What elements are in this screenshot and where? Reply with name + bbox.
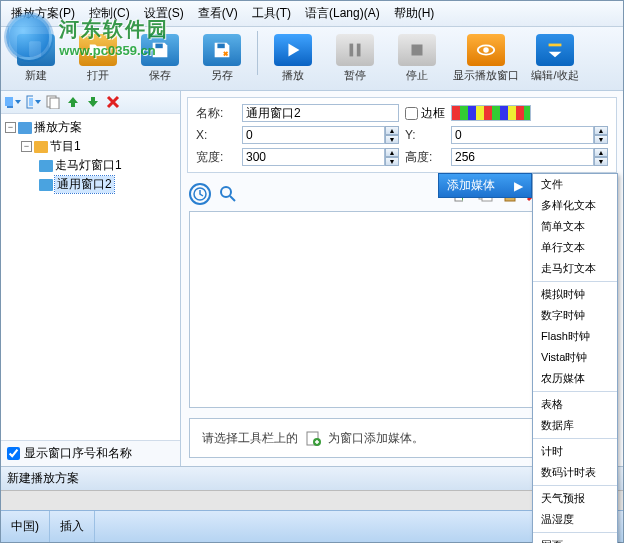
context-menu-item[interactable]: 模拟时钟 (533, 284, 617, 305)
tree-general-window[interactable]: 通用窗口2 (3, 175, 178, 194)
context-menu-item[interactable]: 数码计时表 (533, 462, 617, 483)
menu-view[interactable]: 查看(V) (192, 3, 244, 24)
context-menu-item[interactable]: Flash时钟 (533, 326, 617, 347)
left-panel: − 播放方案 − 节目1 走马灯窗口1 通用窗口2 (1, 91, 181, 466)
clock-icon[interactable] (189, 183, 211, 205)
menubar: 播放方案(P) 控制(C) 设置(S) 查看(V) 工具(T) 语言(Lang)… (1, 1, 623, 27)
border-checkbox[interactable] (405, 107, 418, 120)
svg-rect-6 (412, 45, 423, 56)
move-up-icon[interactable] (65, 94, 81, 110)
add-media-submenu-header[interactable]: 添加媒体 ▶ (438, 173, 532, 198)
svg-rect-2 (155, 44, 162, 49)
y-spinner[interactable]: ▲▼ (594, 126, 608, 144)
menu-control[interactable]: 控制(C) (83, 3, 136, 24)
context-menu-item[interactable]: 文件 (533, 174, 617, 195)
context-menu-item[interactable]: 数字时钟 (533, 305, 617, 326)
collapse-toggle-icon[interactable]: − (5, 122, 16, 133)
hint-pre: 请选择工具栏上的 (202, 430, 298, 447)
show-play-window-button[interactable]: 显示播放窗口 (450, 31, 522, 86)
new-icon (25, 39, 47, 61)
tree-general-label: 通用窗口2 (55, 176, 114, 193)
context-menu-item[interactable]: 走马灯文本 (533, 258, 617, 279)
search-icon[interactable] (217, 183, 239, 205)
height-spinner[interactable]: ▲▼ (594, 148, 608, 166)
window-icon (39, 160, 53, 172)
name-input[interactable] (242, 104, 399, 122)
copy-icon[interactable] (45, 94, 61, 110)
width-label: 宽度: (196, 149, 236, 166)
height-label: 高度: (405, 149, 445, 166)
tree-program[interactable]: − 节目1 (3, 137, 178, 156)
hint-add-media-icon (304, 429, 322, 447)
x-spinner[interactable]: ▲▼ (385, 126, 399, 144)
tree-marquee-label: 走马灯窗口1 (55, 157, 122, 174)
pause-icon (344, 39, 366, 61)
context-menu-item[interactable]: Vista时钟 (533, 347, 617, 368)
name-label: 名称: (196, 105, 236, 122)
context-menu-item[interactable]: 多样化文本 (533, 195, 617, 216)
context-menu-separator (533, 485, 617, 486)
main-toolbar: 新建 打开 保存 另存 播放 暂停 停止 显示播放窗口 (1, 27, 623, 91)
context-menu-item[interactable]: 温湿度 (533, 509, 617, 530)
new-button[interactable]: 新建 (7, 31, 65, 86)
menu-settings[interactable]: 设置(S) (138, 3, 190, 24)
height-input[interactable] (451, 148, 594, 166)
tree-root[interactable]: − 播放方案 (3, 118, 178, 137)
pause-button[interactable]: 暂停 (326, 31, 384, 86)
show-seq-label: 显示窗口序号和名称 (24, 445, 132, 462)
program-icon (34, 141, 48, 153)
tree-marquee-window[interactable]: 走马灯窗口1 (3, 156, 178, 175)
collapse-icon (544, 39, 566, 61)
bottom-insert[interactable]: 插入 (50, 511, 95, 542)
collapse-button[interactable]: 编辑/收起 (526, 31, 584, 86)
add-item-icon[interactable] (25, 94, 41, 110)
context-menu-item[interactable]: 数据库 (533, 415, 617, 436)
stop-button[interactable]: 停止 (388, 31, 446, 86)
delete-icon[interactable] (105, 94, 121, 110)
x-input[interactable] (242, 126, 385, 144)
play-button[interactable]: 播放 (264, 31, 322, 86)
saveas-button[interactable]: 另存 (193, 31, 251, 86)
menu-play-scheme[interactable]: 播放方案(P) (5, 3, 81, 24)
context-menu-item[interactable]: 网页 (533, 535, 617, 543)
width-spinner[interactable]: ▲▼ (385, 148, 399, 166)
menu-tools[interactable]: 工具(T) (246, 3, 297, 24)
context-menu-item[interactable]: 单行文本 (533, 237, 617, 258)
play-icon (282, 39, 304, 61)
context-menu-separator (533, 281, 617, 282)
divider-bar (1, 490, 623, 510)
scheme-tree[interactable]: − 播放方案 − 节目1 走马灯窗口1 通用窗口2 (1, 114, 180, 440)
context-menu-item[interactable]: 计时 (533, 441, 617, 462)
context-menu-item[interactable]: 简单文本 (533, 216, 617, 237)
show-seq-checkbox[interactable]: 显示窗口序号和名称 (1, 440, 180, 466)
hint-post: 为窗口添加媒体。 (328, 430, 424, 447)
menu-language[interactable]: 语言(Lang)(A) (299, 3, 386, 24)
svg-rect-9 (549, 44, 562, 47)
y-input[interactable] (451, 126, 594, 144)
svg-point-17 (221, 187, 231, 197)
add-program-icon[interactable] (5, 94, 21, 110)
svg-rect-5 (357, 44, 361, 57)
collapse-toggle-icon[interactable]: − (21, 141, 32, 152)
status-text: 新建播放方案 (7, 471, 79, 485)
width-input[interactable] (242, 148, 385, 166)
move-down-icon[interactable] (85, 94, 101, 110)
context-menu-item[interactable]: 天气预报 (533, 488, 617, 509)
svg-rect-11 (5, 97, 13, 106)
open-button[interactable]: 打开 (69, 31, 127, 86)
menu-help[interactable]: 帮助(H) (388, 3, 441, 24)
bottom-bar: 中国) 插入 (1, 510, 623, 542)
border-label: 边框 (421, 105, 445, 122)
svg-rect-13 (29, 98, 33, 106)
border-color-sample[interactable] (451, 105, 531, 121)
context-menu-item[interactable]: 农历媒体 (533, 368, 617, 389)
bottom-lang[interactable]: 中国) (1, 511, 50, 542)
context-menu-item[interactable]: 表格 (533, 394, 617, 415)
save-icon (149, 39, 171, 61)
show-seq-input[interactable] (7, 447, 20, 460)
save-button[interactable]: 保存 (131, 31, 189, 86)
tree-toolbar (1, 91, 180, 114)
window-icon (39, 179, 53, 191)
y-label: Y: (405, 128, 445, 142)
tree-root-label: 播放方案 (34, 119, 82, 136)
